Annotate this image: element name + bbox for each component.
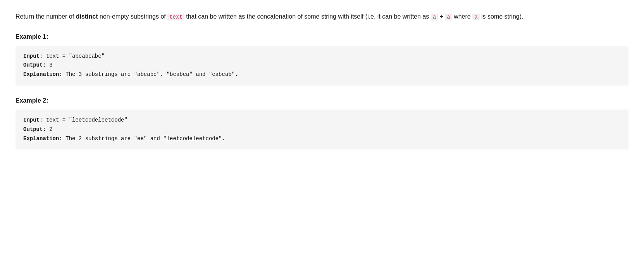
example-2-input-value: text = "leetcodeleetcode" (43, 117, 127, 123)
example-1-explanation-line: Explanation: The 3 substrings are "abcab… (23, 70, 621, 79)
desc-where: where (452, 13, 472, 20)
desc-code-a1: a (431, 14, 438, 21)
example-1-input-value: text = "abcabcabc" (43, 53, 105, 59)
example-2-output-value: 2 (46, 126, 53, 132)
example-2-explanation-label: Explanation: (23, 136, 62, 142)
example-2-output-line: Output: 2 (23, 125, 621, 134)
desc-code-text: text (167, 14, 184, 21)
example-1-section: Example 1: Input: text = "abcabcabc" Out… (15, 33, 629, 86)
example-1-output-line: Output: 3 (23, 61, 621, 70)
example-2-section: Example 2: Input: text = "leetcodeleetco… (15, 97, 629, 149)
example-2-explanation-line: Explanation: The 2 substrings are "ee" a… (23, 134, 621, 144)
example-1-explanation-label: Explanation: (23, 71, 62, 77)
example-2-output-label: Output: (23, 126, 46, 132)
example-2-heading: Example 2: (15, 97, 629, 104)
example-1-heading: Example 1: (15, 33, 629, 40)
description-paragraph: Return the number of distinct non-empty … (15, 12, 629, 22)
desc-plus: + (438, 13, 445, 20)
example-2-input-line: Input: text = "leetcodeleetcode" (23, 116, 621, 125)
desc-bold: distinct (76, 13, 98, 20)
desc-code-a2: a (445, 14, 452, 21)
example-2-explanation-value: The 2 substrings are "ee" and "leetcodel… (62, 136, 225, 142)
example-1-output-label: Output: (23, 62, 46, 68)
example-1-input-label: Input: (23, 53, 43, 59)
desc-intro: Return the number of (15, 13, 76, 20)
example-1-output-value: 3 (46, 62, 53, 68)
desc-rest: that can be written as the concatenation… (184, 13, 431, 20)
example-1-code-block: Input: text = "abcabcabc" Output: 3 Expl… (15, 46, 629, 86)
example-1-explanation-value: The 3 substrings are "abcabc", "bcabca" … (62, 71, 238, 77)
example-1-input-line: Input: text = "abcabcabc" (23, 52, 621, 61)
example-2-code-block: Input: text = "leetcodeleetcode" Output:… (15, 110, 629, 149)
desc-mid: non-empty substrings of (98, 13, 168, 20)
example-2-input-label: Input: (23, 117, 43, 123)
desc-code-a3: a (472, 14, 479, 21)
desc-end: is some string). (480, 13, 523, 20)
